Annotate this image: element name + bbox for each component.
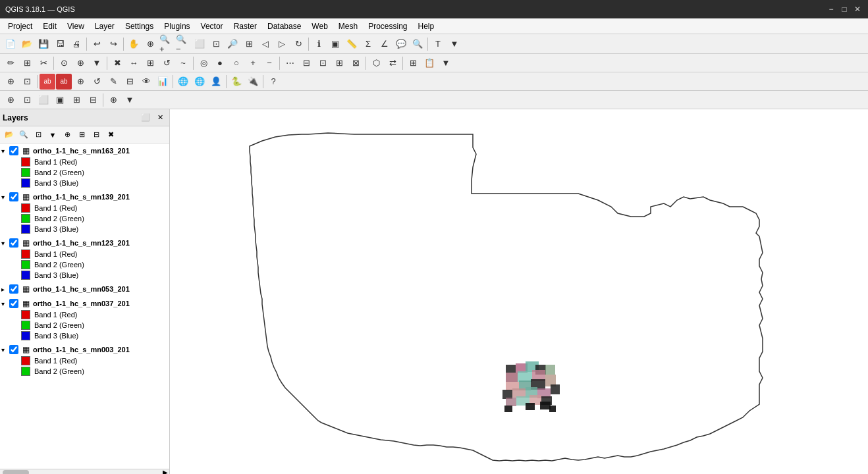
help-btn[interactable]: ?: [265, 74, 281, 90]
extra-btn2[interactable]: ⊡: [19, 92, 35, 108]
menu-plugins[interactable]: Plugins: [159, 18, 195, 34]
layers-content[interactable]: ▾ ▦ ortho_1-1_hc_s_mn163_201 Band 1 (Red…: [0, 144, 169, 469]
expand-icon[interactable]: ▸: [1, 286, 9, 293]
split-button[interactable]: ⊡: [315, 55, 331, 71]
menu-settings[interactable]: Settings: [120, 18, 159, 34]
menu-web[interactable]: Web: [306, 18, 333, 34]
layer-visibility-checkbox[interactable]: [9, 192, 18, 201]
annotation-button[interactable]: 💬: [393, 36, 409, 52]
layer-row[interactable]: ▸ ▦ ortho_1-1_hc_s_mn053_201: [0, 283, 169, 295]
extra-btn7[interactable]: ⊕: [105, 92, 121, 108]
layer-row[interactable]: ▾ ▦ ortho_1-1_hc_s_mn123_201: [0, 237, 169, 249]
expand-icon[interactable]: ▾: [1, 300, 9, 307]
current-edits-button[interactable]: ✏: [3, 55, 18, 71]
save-as-button[interactable]: 🖫: [52, 36, 68, 52]
hscrollbar-right-arrow[interactable]: ▶: [161, 469, 169, 474]
qgis-server-btn[interactable]: 🔌: [245, 74, 261, 90]
layers-collapse-all-button[interactable]: ⊟: [90, 128, 103, 142]
more-button[interactable]: ▼: [447, 36, 462, 52]
move-feature-button[interactable]: ↔: [126, 55, 142, 71]
layer-row[interactable]: ▾ ▦ ortho_1-1_hc_s_mn003_201: [0, 344, 169, 356]
menu-vector[interactable]: Vector: [196, 18, 229, 34]
pan-button[interactable]: ✋: [126, 36, 142, 52]
rotate-button[interactable]: ↺: [159, 55, 175, 71]
close-button[interactable]: ✕: [852, 4, 863, 14]
lbl-pin-button[interactable]: ab: [56, 74, 72, 90]
merge-button[interactable]: ⊠: [348, 55, 364, 71]
node-tool-button[interactable]: ⬡: [368, 55, 384, 71]
print-button[interactable]: 🖨: [68, 36, 84, 52]
zoom-next-button[interactable]: ▷: [274, 36, 290, 52]
menu-database[interactable]: Database: [262, 18, 306, 34]
snap-btn[interactable]: ⊙: [56, 55, 72, 71]
select-features-button[interactable]: ▣: [327, 36, 343, 52]
menu-raster[interactable]: Raster: [229, 18, 262, 34]
layer-row[interactable]: ▾ ▦ ortho_1-1_hc_s_mn163_201: [0, 145, 169, 157]
zoom-rubber-button[interactable]: ⬜: [192, 36, 207, 52]
snap-more[interactable]: ▼: [89, 55, 105, 71]
expand-icon[interactable]: ▾: [1, 346, 9, 354]
lbl-highlight-button[interactable]: ab: [40, 74, 55, 90]
layers-add-group-button[interactable]: ⊕: [61, 128, 74, 142]
layer-visibility-checkbox[interactable]: [9, 345, 18, 354]
pan-map-button[interactable]: ⊕: [142, 36, 158, 52]
form-button[interactable]: 📋: [421, 55, 437, 71]
add-ring-button[interactable]: ◎: [196, 55, 211, 71]
new-project-button[interactable]: 📄: [3, 36, 18, 52]
menu-layer[interactable]: Layer: [90, 18, 120, 34]
zoom-out-button[interactable]: 🔍−: [175, 36, 191, 52]
zoom-layer-button[interactable]: 🔎: [225, 36, 240, 52]
open-button[interactable]: 📂: [19, 36, 35, 52]
extra-btn5[interactable]: ⊞: [68, 92, 84, 108]
lbl-btn2[interactable]: ⊡: [19, 74, 35, 90]
reverse-line-button[interactable]: ⇄: [385, 55, 400, 71]
expand-icon[interactable]: ▾: [1, 147, 9, 155]
more-d-button[interactable]: ▼: [438, 55, 454, 71]
layers-hscrollbar[interactable]: ▶: [0, 469, 169, 474]
expand-icon[interactable]: ▾: [1, 194, 9, 201]
attr-table-button[interactable]: ⊞: [405, 55, 421, 71]
plugins-btn2[interactable]: 🌐: [192, 74, 207, 90]
layers-open-button[interactable]: 📂: [3, 128, 16, 142]
digitize-btn3[interactable]: ✂: [36, 55, 51, 71]
statistics-button[interactable]: Σ: [360, 36, 376, 52]
layer-visibility-checkbox[interactable]: [9, 238, 18, 248]
zoom-full-button[interactable]: ⊡: [208, 36, 224, 52]
menu-view[interactable]: View: [62, 18, 90, 34]
layer-row[interactable]: ▾ ▦ ortho_1-1_hc_s_mn139_201: [0, 191, 169, 203]
measure-angle-button[interactable]: ∠: [377, 36, 393, 52]
maximize-button[interactable]: □: [839, 4, 850, 14]
text-tool-button[interactable]: T: [430, 36, 446, 52]
split-parts-button[interactable]: ⊞: [331, 55, 347, 71]
zoom-selection-button[interactable]: ⊞: [241, 36, 257, 52]
copy-move-button[interactable]: ⊞: [142, 55, 158, 71]
digitize-btn2[interactable]: ⊞: [19, 55, 35, 71]
menu-processing[interactable]: Processing: [363, 18, 412, 34]
layers-expand-all-button[interactable]: ⊞: [75, 128, 88, 142]
lbl-rotate-button[interactable]: ↺: [89, 74, 105, 90]
menu-edit[interactable]: Edit: [38, 18, 62, 34]
layers-maximize-button[interactable]: ⬜: [139, 111, 152, 124]
map-canvas[interactable]: [170, 109, 868, 474]
lbl-unpin-button[interactable]: ⊟: [122, 74, 138, 90]
undo-button[interactable]: ↩: [89, 36, 105, 52]
measure-button[interactable]: 📏: [344, 36, 360, 52]
lbl-change-button[interactable]: ✎: [105, 74, 121, 90]
plugins-btn1[interactable]: 🌐: [175, 74, 191, 90]
extra-btn1[interactable]: ⊕: [3, 92, 18, 108]
python-btn[interactable]: 🐍: [229, 74, 244, 90]
menu-project[interactable]: Project: [3, 18, 38, 34]
menu-help[interactable]: Help: [413, 18, 440, 34]
snap-btn2[interactable]: ⊕: [72, 55, 88, 71]
layers-close-button[interactable]: ✕: [153, 111, 167, 124]
reshape-button[interactable]: ⋯: [282, 55, 298, 71]
extra-btn3[interactable]: ⬜: [36, 92, 51, 108]
lbl-show-hide-button[interactable]: 👁: [138, 74, 154, 90]
extra-dropdown[interactable]: ▼: [122, 92, 138, 108]
offset-button[interactable]: ⊟: [298, 55, 314, 71]
zoom-prev-button[interactable]: ◁: [258, 36, 273, 52]
lbl-btn1[interactable]: ⊕: [3, 74, 18, 90]
lbl-move-button[interactable]: ⊕: [72, 74, 88, 90]
remove-ring-button[interactable]: ○: [229, 55, 244, 71]
minimize-button[interactable]: −: [826, 4, 836, 14]
